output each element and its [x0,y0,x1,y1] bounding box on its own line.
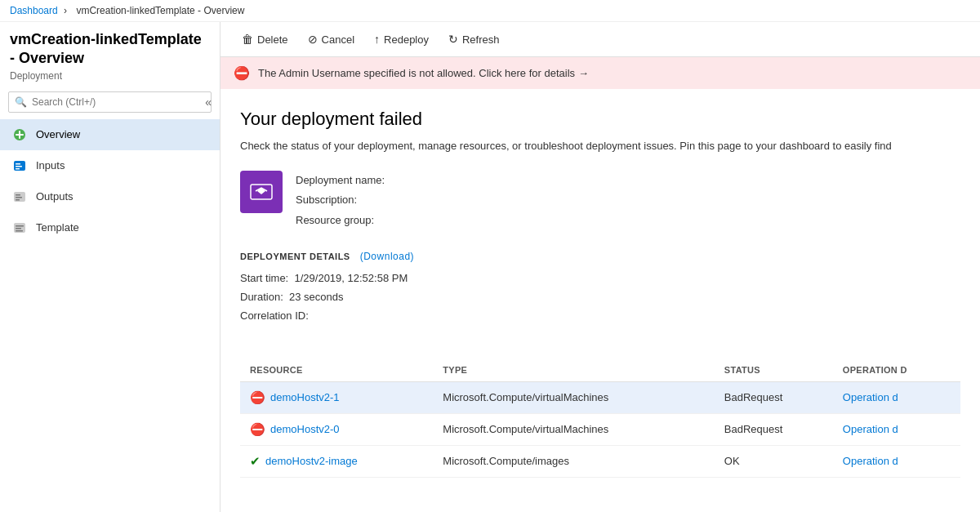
duration-label: Duration: [240,291,283,303]
table-wrapper: RESOURCE TYPE STATUS OPERATION D ⛔ demoH… [220,352,980,491]
cancel-icon: ⊘ [308,33,318,46]
page-title: vmCreation-linkedTemplate - Overview [10,30,210,69]
cell-operation: Operation d [833,445,960,477]
breadcrumb-current: vmCreation-linkedTemplate - Overview [76,5,244,16]
svg-rect-12 [16,225,24,227]
alert-message: The Admin Username specified is not allo… [258,67,575,79]
content-area: 🗑 Delete ⊘ Cancel ↑ Redeploy ↻ Refresh [220,22,980,512]
page-header: vmCreation-linkedTemplate - Overview Dep… [0,22,220,85]
cell-type: Microsoft.Compute/virtualMachines [433,381,715,413]
sidebar-item-outputs[interactable]: Outputs [0,181,220,212]
details-header: DEPLOYMENT DETAILS (Download) [240,251,960,262]
svg-rect-10 [16,199,20,201]
toolbar: 🗑 Delete ⊘ Cancel ↑ Redeploy ↻ Refresh [220,22,980,57]
col-status: STATUS [715,358,833,382]
col-type: TYPE [433,358,715,382]
svg-rect-5 [16,166,22,167]
table-row[interactable]: ⛔ demoHostv2-0 Microsoft.Compute/virtual… [240,413,960,445]
deployment-heading: Your deployment failed [240,109,960,130]
start-time-value: 1/29/2019, 12:52:58 PM [294,272,408,284]
col-operation: OPERATION D [833,358,960,382]
refresh-icon: ↻ [448,33,458,46]
cell-status: BadRequest [715,413,833,445]
redeploy-icon: ↑ [374,33,380,46]
svg-rect-9 [16,197,22,198]
search-icon: 🔍 [15,96,27,108]
cell-type: Microsoft.Compute/images [433,445,715,477]
table-body: ⛔ demoHostv2-1 Microsoft.Compute/virtual… [240,381,960,477]
sidebar-item-outputs-label: Outputs [36,190,74,203]
duration-value: 23 seconds [289,291,344,303]
sidebar-item-overview-label: Overview [36,128,80,140]
cell-resource: ⛔ demoHostv2-1 [240,381,433,413]
operation-link[interactable]: Operation d [843,455,898,467]
error-icon: ⛔ [250,422,265,437]
collapse-button[interactable]: « [205,96,212,109]
svg-rect-6 [16,168,20,170]
deployment-content: Your deployment failed Check the status … [220,89,980,352]
details-header-text: DEPLOYMENT DETAILS [240,252,350,261]
details-fields: Start time: 1/29/2019, 12:52:58 PM Durat… [240,269,960,326]
table-row[interactable]: ✔ demoHostv2-image Microsoft.Compute/ima… [240,445,960,477]
cancel-label: Cancel [322,33,354,46]
delete-button[interactable]: 🗑 Delete [234,29,296,50]
cell-status: BadRequest [715,381,833,413]
operation-link[interactable]: Operation d [843,391,898,403]
table-row[interactable]: ⛔ demoHostv2-1 Microsoft.Compute/virtual… [240,381,960,413]
deployment-subscription-label: Subscription: [296,194,357,206]
breadcrumb-sep1: › [61,5,70,16]
breadcrumb: Dashboard › vmCreation-linkedTemplate - … [0,0,980,22]
breadcrumb-dashboard[interactable]: Dashboard [10,5,58,16]
cell-resource: ✔ demoHostv2-image [240,445,433,477]
delete-label: Delete [257,33,288,46]
cancel-button[interactable]: ⊘ Cancel [300,29,363,50]
svg-rect-2 [19,131,20,139]
deployment-name-row: Deployment name: [296,171,385,191]
resource-link[interactable]: demoHostv2-image [265,455,358,467]
template-icon [11,220,28,236]
deployment-fields: Deployment name: Subscription: Resource … [296,171,385,231]
status-icon: ⛔ demoHostv2-1 [250,390,340,405]
sidebar-item-template[interactable]: Template [0,212,220,243]
trash-icon: 🗑 [242,33,253,46]
success-icon: ✔ [250,454,261,469]
sidebar-item-template-label: Template [36,221,79,234]
alert-arrow: → [578,67,589,79]
status-icon: ✔ demoHostv2-image [250,454,358,469]
deployment-resourcegroup-row: Resource group: [296,211,385,231]
svg-rect-4 [16,163,20,165]
deployment-name-label: Deployment name: [296,174,385,186]
deployment-subscription-row: Subscription: [296,190,385,211]
page-subtitle: Deployment [10,70,210,82]
alert-error-icon: ⛔ [234,65,250,81]
resource-link[interactable]: demoHostv2-0 [270,423,340,435]
sidebar: vmCreation-linkedTemplate - Overview Dep… [0,22,220,512]
alert-banner[interactable]: ⛔ The Admin Username specified is not al… [220,57,980,89]
error-icon: ⛔ [250,390,265,405]
cell-resource: ⛔ demoHostv2-0 [240,413,433,445]
start-time-row: Start time: 1/29/2019, 12:52:58 PM [240,269,960,287]
search-input[interactable] [8,91,212,113]
duration-row: Duration: 23 seconds [240,287,960,306]
redeploy-button[interactable]: ↑ Redeploy [366,29,437,50]
nav-items: Overview Inputs [0,119,220,512]
deployment-meta: Deployment name: Subscription: Resource … [240,171,960,231]
status-icon: ⛔ demoHostv2-0 [250,422,340,437]
table-header: RESOURCE TYPE STATUS OPERATION D [240,358,960,382]
operation-link[interactable]: Operation d [843,423,898,435]
inputs-icon [11,158,28,174]
sidebar-item-inputs[interactable]: Inputs [0,150,220,181]
refresh-button[interactable]: ↻ Refresh [440,29,508,50]
cell-operation: Operation d [833,413,960,445]
col-resource: RESOURCE [240,358,433,382]
cell-operation: Operation d [833,381,960,413]
cell-status: OK [715,445,833,477]
correlation-row: Correlation ID: [240,306,960,325]
sidebar-item-overview[interactable]: Overview [0,119,220,150]
correlation-label: Correlation ID: [240,309,309,322]
download-link[interactable]: (Download) [360,251,414,262]
resource-link[interactable]: demoHostv2-1 [270,391,340,403]
deployment-icon [240,171,283,213]
overview-icon [11,127,28,143]
deployment-details: DEPLOYMENT DETAILS (Download) Start time… [240,251,960,326]
